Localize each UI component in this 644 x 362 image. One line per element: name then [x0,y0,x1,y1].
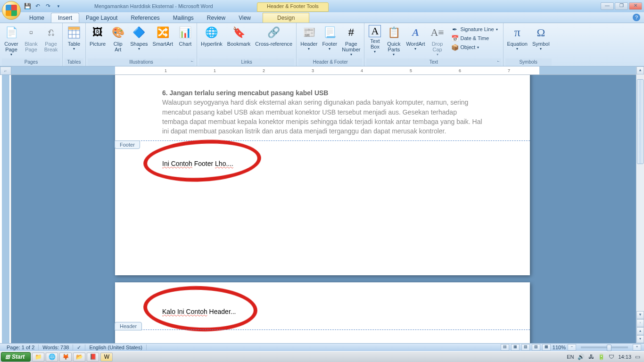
equation-icon: π [510,25,525,40]
tray-clock[interactable]: 14:13 [618,354,631,360]
header-tag: Header [115,322,142,330]
start-button[interactable]: ⊞Start [1,352,31,362]
object-button[interactable]: 📦Object ▾ [450,43,499,51]
text-box-button[interactable]: AText Box▾ [366,24,383,55]
next-page-button[interactable]: ▾ [636,335,644,343]
page-number-button[interactable]: #Page Number▾ [340,24,362,58]
horizontal-ruler[interactable]: 112 345 67 [11,66,636,75]
cover-page-button[interactable]: 📄Cover Page▾ [2,24,21,58]
maximize-button[interactable]: ❐ [615,2,628,10]
page-1: 6. Jangan terlalu sering mencabut pasang… [115,75,530,275]
task-pdf[interactable]: 📕 [87,353,99,362]
status-language[interactable]: English (United States) [85,345,147,350]
view-web-layout[interactable]: ▧ [521,344,530,351]
footer-zone[interactable]: Ini Contoh Footer Lho.... [115,141,530,191]
cross-reference-button[interactable]: 🔗Cross-reference [253,24,294,48]
section-6-body: Walaupun seyogyanya hard disk eksternal … [162,98,483,136]
quick-parts-icon: 📋 [386,25,401,40]
volume-icon[interactable]: 🔊 [578,354,585,360]
document-scroll[interactable]: 6. Jangan terlalu sering mencabut pasang… [11,75,636,343]
symbol-icon: Ω [533,25,548,40]
tab-review[interactable]: Review [200,13,232,23]
task-explorer[interactable]: 📁 [32,353,44,362]
tray-language[interactable]: EN [567,354,574,360]
body-content: 6. Jangan terlalu sering mencabut pasang… [115,88,530,136]
symbol-button[interactable]: ΩSymbol▾ [530,24,552,52]
prev-page-button[interactable]: ▴ [636,327,644,335]
tab-references[interactable]: References [124,13,166,23]
ruler-toggle[interactable]: ⌐ [0,66,11,75]
drop-cap-button[interactable]: A≡Drop Cap▾ [428,24,447,58]
view-outline[interactable]: ▨ [532,344,540,351]
shapes-button[interactable]: 🔷Shapes▾ [128,24,149,52]
tab-insert[interactable]: Insert [51,13,79,23]
scroll-thumb[interactable] [637,79,644,164]
hyperlink-button[interactable]: 🌐Hyperlink [199,24,224,48]
smartart-button[interactable]: 🔀SmartArt [151,24,175,48]
shapes-icon: 🔷 [132,25,147,40]
footer-button[interactable]: 📃Footer▾ [320,24,339,52]
header-zone[interactable]: Kalo Ini Contoh Header... [115,282,530,327]
header-button[interactable]: 📰Header▾ [298,24,319,52]
scroll-up-button[interactable]: ▲ [636,66,644,74]
qat-dropdown-icon[interactable]: ▼ [55,2,62,10]
undo-icon[interactable]: ↶ [34,2,41,10]
svg-text:7: 7 [508,68,510,73]
signature-line-button[interactable]: ✒Signature Line ▾ [450,25,499,33]
zoom-in-button[interactable]: + [633,344,641,351]
shield-icon[interactable]: 🛡 [609,354,614,360]
network-icon[interactable]: 🖧 [588,354,594,360]
show-desktop-icon[interactable]: ▭ [635,354,640,360]
group-label-tables: Tables [65,58,83,66]
view-full-screen[interactable]: ▦ [511,344,520,351]
quick-parts-button[interactable]: 📋Quick Parts▾ [384,24,403,58]
tab-design[interactable]: Design [263,13,309,23]
wordart-button[interactable]: AWordArt▾ [404,24,427,52]
zoom-out-button[interactable]: − [568,344,576,351]
view-print-layout[interactable]: ▤ [501,344,509,351]
zoom-slider[interactable] [581,346,628,348]
scroll-track[interactable] [636,74,644,311]
blank-page-button[interactable]: ▫Blank Page [22,24,41,53]
date-time-icon: 📅 [451,34,459,42]
zoom-level[interactable]: 110% [553,345,566,350]
redo-icon[interactable]: ↷ [44,2,52,10]
scroll-down-button[interactable]: ▼ [636,311,644,319]
group-symbols: πEquation▾ ΩSymbol▾ Symbols [504,23,553,66]
equation-button[interactable]: πEquation▾ [505,24,529,52]
browse-object-button[interactable]: ◦ [636,319,644,327]
task-word[interactable]: W [100,353,113,362]
task-firefox[interactable]: 🦊 [59,353,72,362]
tab-home[interactable]: Home [23,13,51,23]
help-button[interactable]: ? [633,14,640,21]
minimize-button[interactable]: — [601,2,614,10]
tab-view[interactable]: View [232,13,257,23]
status-proofing[interactable]: ✓ [73,345,85,351]
status-page[interactable]: Page: 1 of 2 [3,345,39,350]
bookmark-button[interactable]: 🔖Bookmark [225,24,253,48]
footer-icon: 📃 [322,25,337,40]
vertical-scrollbar[interactable]: ▲ ▼ ◦ ▴ ▾ [636,66,644,343]
status-words[interactable]: Words: 738 [39,345,73,350]
office-button[interactable] [2,1,21,20]
chart-button[interactable]: 📊Chart [176,24,195,48]
group-label-header-footer: Header & Footer [298,58,362,66]
contextual-tab-title: Header & Footer Tools [257,2,329,12]
group-label-pages: Pages [2,58,60,66]
tab-page-layout[interactable]: Page Layout [79,13,124,23]
battery-icon[interactable]: 🔋 [598,354,605,360]
task-folder[interactable]: 📂 [73,353,85,362]
clip-art-button[interactable]: 🎨Clip Art [108,24,127,53]
table-button[interactable]: Table▾ [65,24,83,52]
date-time-button[interactable]: 📅Date & Time [450,34,499,42]
tab-mailings[interactable]: Mailings [166,13,200,23]
page-break-button[interactable]: ⎌Page Break [41,24,60,53]
close-button[interactable]: ✕ [629,2,642,10]
save-icon[interactable]: 💾 [24,2,31,10]
vertical-ruler[interactable] [0,75,11,343]
task-chrome[interactable]: 🌐 [46,353,58,362]
page-number-icon: # [344,25,359,40]
group-links: 🌐Hyperlink 🔖Bookmark 🔗Cross-reference Li… [197,23,297,66]
view-draft[interactable]: ▩ [542,344,551,351]
picture-button[interactable]: 🖼Picture [88,24,107,48]
